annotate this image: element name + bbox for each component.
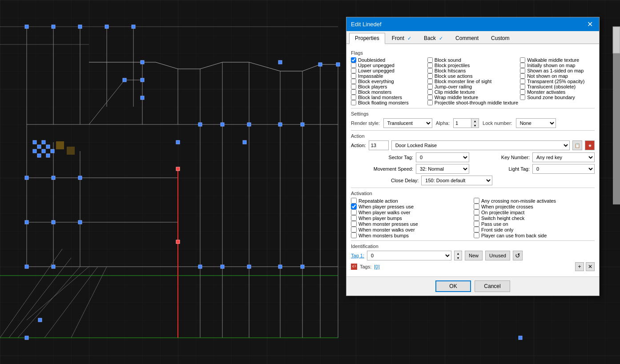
flag-impassable-checkbox[interactable] (351, 73, 356, 79)
tag1-spin-down[interactable]: ▼ (455, 256, 462, 260)
action-row: Action: Door Locked Raise 📋 ★ (351, 140, 595, 150)
render-style-select[interactable]: Translucent (383, 118, 432, 128)
flag-block-land-monsters-checkbox[interactable] (351, 95, 356, 100)
flag-block-projectiles: Block projectiles (427, 63, 518, 68)
flag-clip-middle-texture: Clip middle texture (427, 89, 518, 95)
close-delay-label: Close Delay: (391, 178, 419, 183)
flag-jump-over-railing-checkbox[interactable] (427, 84, 433, 89)
flag-wrap-middle-texture-checkbox[interactable] (427, 95, 433, 100)
ok-button[interactable]: OK (435, 280, 471, 292)
movement-speed-select[interactable]: 32: Normal (416, 164, 469, 174)
alpha-input[interactable] (453, 118, 471, 128)
flag-block-monsters-checkbox[interactable] (351, 89, 356, 95)
activation-player-use-back-side-checkbox[interactable] (474, 232, 479, 238)
activation-player-walks-over-checkbox[interactable] (351, 209, 357, 215)
settings-row: Render style: Translucent Alpha: ▲ ▼ Loc… (351, 118, 595, 128)
flag-not-shown-on-map-checkbox[interactable] (520, 73, 525, 79)
sector-tag-select[interactable]: 0 (416, 152, 469, 162)
flag-upper-unpegged-checkbox[interactable] (351, 63, 356, 68)
dialog-close-button[interactable]: ✕ (585, 20, 595, 28)
flag-block-hitscans-checkbox[interactable] (427, 68, 433, 73)
flag-sound-zone-boundary-checkbox[interactable] (520, 95, 525, 100)
flag-monster-activates-checkbox[interactable] (520, 89, 525, 95)
action-label: Action: (351, 143, 366, 148)
tab-front[interactable]: Front ✓ (386, 33, 417, 44)
action-book-button[interactable]: 📋 (572, 140, 582, 150)
flag-block-projectiles-checkbox[interactable] (427, 63, 433, 68)
action-star-button[interactable]: ★ (585, 140, 595, 150)
flag-doublesided-checkbox[interactable] (351, 57, 356, 63)
new-tag-button[interactable]: New (465, 251, 483, 260)
activation-player-use-checkbox[interactable] (351, 204, 357, 209)
flag-translucent-obsolete-checkbox[interactable] (520, 84, 525, 89)
activation-monster-walks-over-checkbox[interactable] (351, 227, 357, 232)
activation-monster-use-checkbox[interactable] (351, 221, 357, 227)
movement-speed-label: Movement Speed: (374, 166, 413, 172)
close-delay-row: Close Delay: 150: Doom default (351, 176, 595, 185)
activation-projectile-impact-checkbox[interactable] (474, 209, 479, 215)
tab-comment[interactable]: Comment (450, 33, 484, 44)
action-name-select[interactable]: Door Locked Raise (391, 140, 570, 150)
flag-walkable-middle-texture-checkbox[interactable] (520, 57, 525, 63)
lock-number-select[interactable]: None (516, 118, 556, 128)
flag-transparent-checkbox[interactable] (520, 79, 525, 84)
flag-initially-shown-on-map-checkbox[interactable] (520, 63, 525, 68)
flag-block-everything-checkbox[interactable] (351, 79, 356, 84)
flag-block-players-checkbox[interactable] (351, 84, 356, 89)
activation-player-use: When player presses use (351, 204, 472, 209)
flags-col1: Doublesided Upper unpegged Lower unpegge… (351, 57, 426, 105)
activation-any-crossing-checkbox[interactable] (474, 198, 479, 204)
activation-section-label: Activation (351, 191, 595, 196)
unused-tag-button[interactable]: Unused (485, 251, 510, 260)
tags-value[interactable]: [0] (374, 264, 379, 269)
alpha-spin-up[interactable]: ▲ (471, 119, 479, 123)
tab-back[interactable]: Back ✓ (418, 33, 449, 44)
alpha-label: Alpha: (436, 120, 450, 126)
flags-col3: Walkable middle texture Initially shown … (520, 57, 595, 105)
cancel-button[interactable]: Cancel (475, 280, 510, 292)
tags-icon: 🏷 (351, 264, 357, 270)
alpha-spin-down[interactable]: ▼ (471, 123, 479, 128)
flag-clip-middle-texture-checkbox[interactable] (427, 89, 433, 95)
svg-rect-84 (33, 149, 36, 153)
close-delay-select[interactable]: 150: Doom default (421, 176, 492, 185)
flag-block-sound-checkbox[interactable] (427, 57, 433, 63)
flag-block-land-monsters: Block land monsters (351, 95, 426, 100)
light-tag-select[interactable]: 0 (532, 164, 595, 174)
flag-doublesided: Doublesided (351, 57, 426, 63)
tag1-link[interactable]: Tag 1: (351, 253, 364, 258)
alpha-spinbox: ▲ ▼ (453, 118, 479, 128)
activation-front-side-only-checkbox[interactable] (474, 227, 479, 232)
flag-block-hitscans: Block hitscans (427, 68, 518, 73)
activation-pass-use-on-checkbox[interactable] (474, 221, 479, 227)
tags-row: 🏷 Tags: [0] + ✕ (351, 262, 595, 271)
activation-monsters-bumps-checkbox[interactable] (351, 232, 357, 238)
activation-projectile-crosses-checkbox[interactable] (474, 204, 479, 209)
tag1-spin-up[interactable]: ▲ (455, 251, 462, 256)
activation-repeatable-checkbox[interactable] (351, 198, 357, 204)
add-tag-button[interactable]: + (575, 262, 584, 271)
activation-player-use-back-side: Player can use from back side (474, 232, 595, 238)
flag-lower-unpegged-checkbox[interactable] (351, 68, 356, 73)
tab-custom[interactable]: Custom (485, 33, 515, 44)
action-number-input[interactable] (369, 140, 389, 150)
activation-player-bumps-checkbox[interactable] (351, 215, 357, 221)
flag-block-use-actions-checkbox[interactable] (427, 73, 433, 79)
tag1-select[interactable]: 0 (367, 251, 451, 260)
activation-switch-height-check-checkbox[interactable] (474, 215, 479, 221)
reset-tag-button[interactable]: ↺ (513, 251, 523, 260)
action-section-label: Action (351, 133, 595, 139)
flag-block-monster-los-checkbox[interactable] (427, 79, 433, 84)
key-number-select[interactable]: Any red key (532, 152, 595, 162)
tab-properties[interactable]: Properties (349, 33, 385, 44)
svg-rect-64 (25, 220, 28, 224)
flag-block-floating-monsters-checkbox[interactable] (351, 100, 356, 105)
activation-player-bumps: When player bumps (351, 215, 472, 221)
lock-number-label: Lock number: (483, 120, 512, 126)
delete-tag-button[interactable]: ✕ (586, 262, 595, 271)
svg-rect-80 (67, 147, 75, 155)
flag-shown-as-1sided-checkbox[interactable] (520, 68, 525, 73)
flag-projectile-shoot-through-checkbox[interactable] (427, 100, 433, 105)
svg-rect-67 (176, 167, 180, 171)
activation-front-side-only: Front side only (474, 227, 595, 232)
